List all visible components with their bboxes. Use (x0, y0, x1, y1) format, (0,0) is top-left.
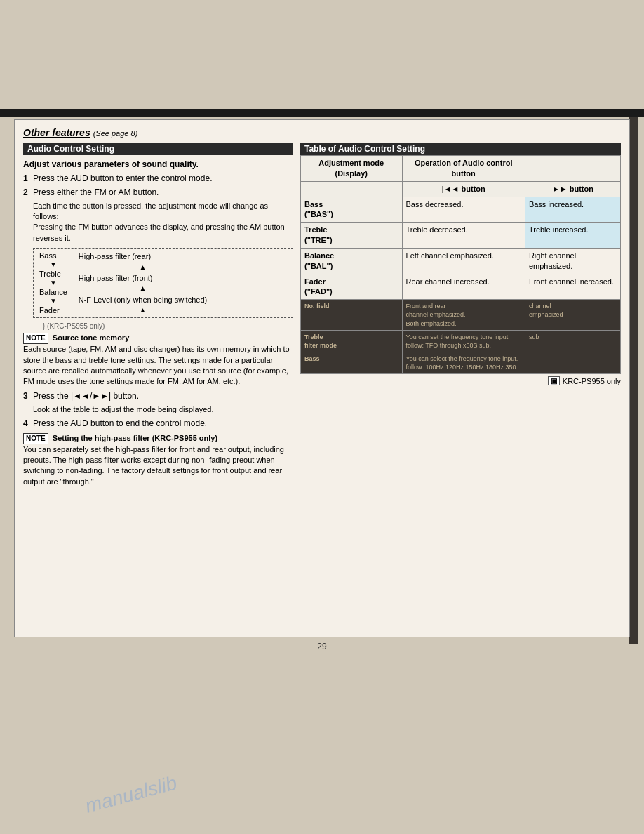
arrow-1: ▼ (39, 261, 67, 268)
arrow-6: ▲ (79, 307, 207, 314)
table-subheader-row: |◄◄ button ►► button (301, 181, 621, 197)
mode-bass: Bass("BAS") (301, 197, 403, 223)
mode-balance: Balance("BAL") (301, 248, 403, 274)
fader-right: Front channel increased. (525, 274, 620, 300)
table-row-balance: Balance("BAL") Left channel emphasized. … (301, 248, 621, 274)
krc-note: ▣ KRC-PS955 only (300, 376, 621, 385)
acs-subheader: Adjust various parameters of sound quali… (23, 159, 293, 169)
step-2-sub: Each time the button is pressed, the adj… (33, 201, 293, 244)
acs-header: Audio Control Setting (23, 143, 293, 155)
main-columns: Audio Control Setting Adjust various par… (23, 143, 621, 490)
flow-balance: Balance (39, 288, 67, 296)
note2: NOTE Setting the high-pass filter (KRC-P… (23, 433, 293, 488)
col-header-op: Operation of Audio control button (402, 156, 525, 182)
note1: NOTE Source tone memory Each source (tap… (23, 333, 293, 388)
table-header-row: Adjustment mode (Display) Operation of A… (301, 156, 621, 182)
note1-text: Each source (tape, FM, AM and disc chang… (23, 345, 290, 385)
table-row-treble: Treble("TRE") Treble decreased. Treble i… (301, 223, 621, 249)
dark1-right: channelemphasized (525, 300, 620, 330)
step-1-text: Press the AUD button to enter the contro… (33, 173, 293, 185)
step-3-text: Press the |◄◄/►►| button. (33, 390, 293, 402)
arrow-2: ▼ (39, 279, 67, 286)
step-2: 2 Press either the FM or AM button. (23, 187, 293, 199)
step-1-num: 1 (23, 173, 30, 185)
krc-note-text: KRC-PS955 only (563, 377, 621, 385)
arrow-3: ▼ (39, 298, 67, 305)
note2-label: NOTE (23, 433, 48, 444)
step-list: 1 Press the AUD button to enter the cont… (23, 173, 293, 199)
flow-diagram-box: Bass ▼ Treble ▼ Balance ▼ Fader High-pas… (33, 248, 293, 318)
note2-text: You can separately set the high-pass fil… (23, 445, 284, 486)
table-row-dark-3: Bass You can select the frequency tone i… (301, 352, 621, 373)
other-features-title: Other features (23, 127, 90, 138)
section-title: Other features (See page 8) (23, 127, 621, 138)
page-number: — 29 — (307, 642, 337, 651)
step-2-num: 2 (23, 187, 30, 199)
bass-right: Bass increased. (525, 197, 620, 223)
col-sub-left: |◄◄ button (402, 181, 525, 197)
col-sub-mode (301, 181, 403, 197)
krc-box-icon: ▣ (548, 376, 560, 385)
balance-left: Left channel emphasized. (402, 248, 525, 274)
flow-right: High-pass filter (rear) ▲ High-pass filt… (79, 251, 207, 315)
treble-left: Treble decreased. (402, 223, 525, 249)
dark2-mode: Treblefilter mode (301, 330, 403, 352)
table-row-fader: Fader("FAD") Rear channel increased. Fro… (301, 274, 621, 300)
flow-hpf-front: High-pass filter (front) (79, 274, 207, 282)
krc-only-line: } (KRC-PS955 only) (43, 322, 293, 330)
dark2-right: sub (525, 330, 620, 352)
dark3-left: You can select the frequency tone input.… (402, 352, 620, 373)
content-area: Other features (See page 8) Audio Contro… (14, 119, 630, 637)
flow-hpf-rear: High-pass filter (rear) (79, 252, 207, 260)
dark2-left: You can set the frequency tone input.fol… (402, 330, 525, 352)
step-4-list: 4 Press the AUD button to end the contro… (23, 418, 293, 430)
audio-control-table: Adjustment mode (Display) Operation of A… (300, 155, 621, 374)
step-4-num: 4 (23, 418, 30, 430)
dark3-mode: Bass (301, 352, 403, 373)
see-page-ref: (See page 8) (93, 129, 138, 138)
mode-fader: Fader("FAD") (301, 274, 403, 300)
right-column: Table of Audio Control Setting Adjustmen… (300, 143, 621, 490)
dark1-left: Front and rearchannel emphasized.Both em… (402, 300, 525, 330)
step-3-sub: Look at the table to adjust the mode bei… (33, 404, 293, 415)
balance-right: Right channel emphasized. (525, 248, 620, 274)
arrow-4: ▲ (79, 264, 207, 271)
fader-left: Rear channel increased. (402, 274, 525, 300)
flow-bass: Bass (39, 251, 67, 260)
step-3-list: 3 Press the |◄◄/►►| button. (23, 390, 293, 402)
note1-label: NOTE (23, 333, 48, 344)
flow-diagram: Bass ▼ Treble ▼ Balance ▼ Fader High-pas… (33, 248, 293, 330)
flow-nf-level: N-F Level (only when being switched) (79, 296, 207, 304)
step-4: 4 Press the AUD button to end the contro… (23, 418, 293, 430)
col-header-empty (525, 156, 620, 182)
step-3-num: 3 (23, 390, 30, 402)
treble-right: Treble increased. (525, 223, 620, 249)
col-sub-right: ►► button (525, 181, 620, 197)
mode-treble: Treble("TRE") (301, 223, 403, 249)
table-row-bass: Bass("BAS") Bass decreased. Bass increas… (301, 197, 621, 223)
flow-treble: Treble (39, 270, 67, 278)
side-decoration (629, 109, 638, 644)
top-bar (0, 109, 644, 117)
col-header-mode: Adjustment mode (Display) (301, 156, 403, 182)
tacs-header: Table of Audio Control Setting (300, 143, 621, 155)
bass-left: Bass decreased. (402, 197, 525, 223)
watermark: manualslib (83, 772, 180, 818)
table-row-dark-1: No. field Front and rearchannel emphasiz… (301, 300, 621, 330)
flow-fader: Fader (39, 306, 67, 315)
arrow-5: ▲ (79, 285, 207, 292)
note2-title: Setting the high-pass filter (KRC-PS955 … (53, 434, 217, 442)
table-row-dark-2: Treblefilter mode You can set the freque… (301, 330, 621, 352)
step-4-text: Press the AUD button to end the control … (33, 418, 293, 430)
flow-left: Bass ▼ Treble ▼ Balance ▼ Fader (39, 251, 67, 315)
step-1: 1 Press the AUD button to enter the cont… (23, 173, 293, 185)
step-3: 3 Press the |◄◄/►►| button. (23, 390, 293, 402)
left-column: Audio Control Setting Adjust various par… (23, 143, 293, 490)
step-2-text: Press either the FM or AM button. (33, 187, 293, 199)
dark1-mode: No. field (301, 300, 403, 330)
note1-title: Source tone memory (53, 333, 129, 342)
